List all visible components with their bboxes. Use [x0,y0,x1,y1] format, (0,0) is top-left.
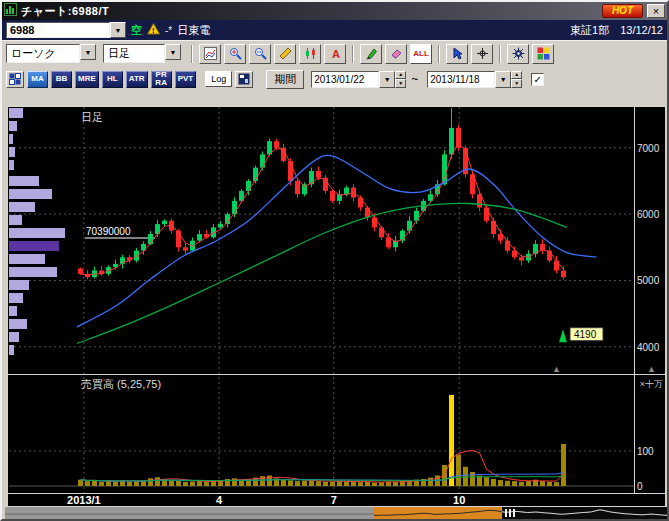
indicator-prra-button[interactable]: PR RA [151,71,172,88]
zoom-in-icon [229,47,242,60]
erase-button[interactable] [385,44,407,64]
svg-text:7000: 7000 [637,143,660,154]
date-to-input[interactable] [427,71,495,88]
svg-text:7: 7 [331,494,337,506]
toolbar-separator [191,45,193,63]
zoom-out-button[interactable] [249,44,271,64]
svg-text:0: 0 [637,481,643,492]
close-button[interactable]: × [647,4,665,18]
option-checkbox[interactable]: ✓ [531,73,544,86]
navigator-strip[interactable] [5,507,668,519]
crosshair-button[interactable] [471,44,493,64]
warning-icon: ! [147,23,160,37]
svg-text:日足: 日足 [81,111,103,123]
svg-text:6000: 6000 [637,209,660,220]
date-to-spinner: ▲ ▼ [511,71,522,88]
indicator-bb-button[interactable]: BB [51,71,72,88]
period-button[interactable]: 期間 [266,70,304,89]
candle-type-icon [304,47,317,60]
date-from-field: ▼ ▲ ▼ [311,71,406,88]
navigator-grip [509,509,511,517]
svg-text:100: 100 [637,446,654,457]
zoom-in-button[interactable] [224,44,246,64]
timeframe-combo[interactable]: 日足 ▼ [103,44,181,63]
svg-text:▲: ▲ [647,364,656,374]
indicator-toolbar: MA BB MRE HL ATR PR RA PVT Log 期間 ▼ ▲ ▼ … [2,66,667,92]
range-tilde: ~ [411,72,418,86]
symbol-code-box: ▼ [6,22,126,38]
svg-text:4000: 4000 [637,342,660,353]
navigator-grip [513,509,515,517]
svg-text:×十万: ×十万 [640,379,663,389]
multi-window-icon [238,73,250,85]
alert-button[interactable]: A [324,44,346,64]
gear-icon [512,47,525,60]
svg-text:2013/1: 2013/1 [67,494,101,506]
multi-chart-icon [204,47,217,60]
svg-text:4: 4 [216,494,223,506]
chart-window: チャート:6988/T HOT × ▼ 空 ! -* 日東電 東証1部 13/1… [0,0,669,521]
erase-all-button[interactable]: ALL [410,44,432,64]
indicator-pvt-button[interactable]: PVT [175,71,197,88]
date-to-down-button[interactable]: ▼ [511,79,522,88]
market-label: 東証1部 [570,23,609,38]
svg-text:!: ! [152,26,155,35]
chart-app-icon [4,2,17,20]
svg-text:4190: 4190 [574,329,597,340]
settings-button[interactable] [507,44,529,64]
svg-text:5000: 5000 [637,275,660,286]
symbol-code-input[interactable] [6,22,110,38]
grid-icon [9,73,21,85]
multi-chart-button[interactable] [199,44,221,64]
quote-date-label: 13/12/12 [620,24,663,36]
date-from-dropdown-button[interactable]: ▼ [379,71,395,88]
pencil-icon [365,47,378,60]
chart-area: 70006000500040002013/14710100070390000日足… [7,106,662,507]
svg-text:売買高 (5,25,75): 売買高 (5,25,75) [81,378,161,390]
svg-text:▲: ▲ [552,364,561,374]
toolbar-separator [438,45,440,63]
timeframe-value: 日足 [103,44,165,63]
zoom-out-icon [254,47,267,60]
date-from-up-button[interactable]: ▲ [395,71,406,80]
draw-button[interactable] [360,44,382,64]
hot-button[interactable]: HOT [602,4,643,18]
chart-type-value: ローソク [6,44,80,63]
multi-window-button[interactable] [235,71,253,88]
svg-text:10: 10 [453,494,465,506]
date-from-input[interactable] [311,71,379,88]
crosshair-icon [476,47,489,60]
svg-text:70390000: 70390000 [86,226,131,237]
indicator-ma-button[interactable]: MA [27,71,48,88]
titlebar[interactable]: チャート:6988/T HOT × [2,2,667,20]
candle-type-button[interactable] [299,44,321,64]
measure-button[interactable] [274,44,296,64]
date-from-down-button[interactable]: ▼ [395,79,406,88]
chart-type-dropdown-button[interactable]: ▼ [80,44,96,60]
date-to-up-button[interactable]: ▲ [511,71,522,80]
indicator-hl-button[interactable]: HL [102,71,123,88]
chart-type-combo[interactable]: ローソク ▼ [6,44,96,63]
chart-navigator[interactable] [5,507,664,519]
select-cursor-button[interactable] [446,44,468,64]
cursor-icon [451,47,464,60]
date-from-spinner: ▲ ▼ [395,71,406,88]
stock-name: 日東電 [177,23,210,38]
price-volume-chart[interactable]: 70006000500040002013/14710100070390000日足… [7,106,666,507]
navigator-grip [505,509,507,517]
palette-icon [537,47,550,60]
indicator-atr-button[interactable]: ATR [126,71,148,88]
toolbar-separator [352,45,354,63]
log-scale-button[interactable]: Log [205,71,232,87]
toolbar-separator [499,45,501,63]
window-title: チャート:6988/T [21,4,109,19]
flags-label: -* [165,25,172,36]
navigator-window [374,507,502,519]
main-toolbar: ローソク ▼ 日足 ▼ A ALL [2,40,667,66]
timeframe-dropdown-button[interactable]: ▼ [165,44,181,60]
timeframe-grid-button[interactable] [6,71,24,88]
symbol-dropdown-button[interactable]: ▼ [110,22,126,38]
palette-button[interactable] [532,44,554,64]
date-to-dropdown-button[interactable]: ▼ [495,71,511,88]
indicator-mre-button[interactable]: MRE [75,71,99,88]
